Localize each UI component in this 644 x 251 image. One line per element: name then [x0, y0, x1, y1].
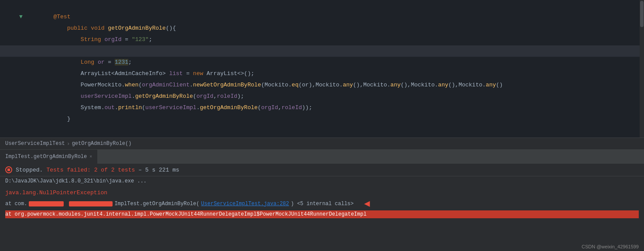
stack-link-1[interactable]: UserServiceImplTest.java:282 [201, 201, 289, 207]
code-line-9: System.out.println(userServiceImpl.getOr… [0, 91, 644, 102]
java-path-text: D:\JavaJDK\Java\jdk1.8.0_321\bin\java.ex… [5, 178, 147, 184]
code-line-2: ▼ public void getOrgAdminByRole(){ [0, 11, 644, 23]
stopped-icon [5, 166, 12, 173]
code-editor: @Test ▼ public void getOrgAdminByRole(){… [0, 0, 644, 138]
scrollbar-thumb[interactable] [640, 1, 644, 27]
stack-text-2: at org.powermock.modules.junit4.internal… [5, 211, 367, 217]
breadcrumb-class: UserServiceImplTest [5, 141, 65, 147]
breadcrumb-bar: UserServiceImplTest › getOrgAdminByRole(… [0, 138, 644, 150]
exception-line: java.lang.NullPointerException [5, 189, 639, 196]
stack-prefix-1: at com. [5, 201, 27, 207]
vertical-scrollbar[interactable] [640, 0, 644, 138]
code-line-1: @Test [0, 0, 644, 11]
stack-suffix-post-1: ) <5 internal calls> [291, 201, 354, 207]
code-line-4: int roleId = 1; [0, 34, 644, 45]
code-area: @Test ▼ public void getOrgAdminByRole(){… [0, 0, 644, 113]
test-tab-label: ImplTest.getOrgAdminByRole [5, 154, 87, 160]
line-marker-2: ▼ [17, 11, 24, 23]
breadcrumb-method: getOrgAdminByRole() [72, 141, 132, 147]
stack-line-1: at com. ImplTest.getOrgAdminByRole( User… [5, 198, 639, 210]
test-runner-panel: ImplTest.getOrgAdminByRole × Stopped. Te… [0, 150, 644, 251]
code-line-7: PowerMockito.when(orgAdminClient.newGetO… [0, 68, 644, 79]
watermark: CSDN @weixin_42961599 [582, 244, 639, 249]
test-tab-active[interactable]: ImplTest.getOrgAdminByRole × [0, 150, 98, 164]
code-line-10: } [0, 102, 644, 113]
exception-text: java.lang.NullPointerException [5, 189, 107, 196]
test-status-bar: Stopped. Tests failed: 2 of 2 tests – 5 … [0, 164, 644, 176]
java-path-line: D:\JavaJDK\Java\jdk1.8.0_321\bin\java.ex… [0, 176, 644, 186]
code-line-5: Long or = 1231; [0, 45, 644, 57]
duration-label: – 5 s 221 ms [138, 167, 179, 173]
line-content-10: } [24, 102, 644, 136]
stopped-label: Stopped. [16, 167, 43, 173]
breadcrumb-separator: › [67, 141, 70, 147]
stack-suffix-pre-1: ImplTest.getOrgAdminByRole( [114, 201, 199, 207]
stop-square [7, 168, 10, 171]
console-output: java.lang.NullPointerException at com. I… [0, 186, 644, 251]
test-tabs: ImplTest.getOrgAdminByRole × [0, 150, 644, 164]
stack-line-2: at org.powermock.modules.junit4.internal… [5, 210, 639, 218]
redacted-2 [69, 201, 113, 206]
test-tab-close-button[interactable]: × [89, 155, 92, 159]
code-line-8: userServiceImpl.getOrgAdminByRole(orgId,… [0, 79, 644, 91]
code-line-6: ArrayList<AdminCacheInfo> list = new Arr… [0, 57, 644, 68]
code-line-3: String orgId = "123"; [0, 23, 644, 34]
red-arrow-icon: ◀ [364, 198, 370, 210]
failed-label: Tests failed: 2 of 2 tests [46, 167, 135, 173]
redacted-1 [29, 201, 64, 206]
